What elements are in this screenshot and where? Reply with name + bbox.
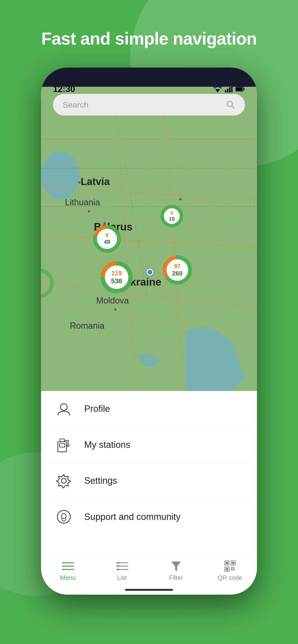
filter-nav-icon xyxy=(169,560,183,572)
cluster-partial[interactable] xyxy=(41,269,58,298)
svg-point-9 xyxy=(41,152,79,199)
svg-point-48 xyxy=(41,270,52,296)
search-icon xyxy=(226,100,235,110)
menu-item-settings[interactable]: Settings xyxy=(41,463,257,499)
cluster-top-1: 8 xyxy=(106,232,108,238)
map-area: Latvia Lithuania Belarus Ukraine Moldova… xyxy=(41,68,257,398)
gas-station-icon xyxy=(55,436,72,453)
svg-rect-55 xyxy=(60,439,64,442)
menu-label-settings: Settings xyxy=(84,476,117,486)
svg-rect-80 xyxy=(226,568,228,570)
svg-text:Lithuania: Lithuania xyxy=(65,198,100,207)
svg-point-24 xyxy=(78,181,81,184)
cluster-bottom-1: 49 xyxy=(104,238,110,246)
nav-label-menu: Menu xyxy=(60,574,76,582)
cluster-bottom-4: 260 xyxy=(172,270,182,277)
list-nav-icon xyxy=(115,560,129,572)
phone-frame: 12:30 xyxy=(41,68,257,595)
battery-icon xyxy=(235,86,245,92)
cluster-top-4: 97 xyxy=(174,263,181,270)
svg-line-51 xyxy=(232,106,234,108)
svg-text:Latvia: Latvia xyxy=(81,176,110,187)
menu-label-profile: Profile xyxy=(84,404,110,414)
menu-label-support: Support and community xyxy=(84,512,181,522)
home-indicator xyxy=(125,589,173,591)
svg-point-52 xyxy=(60,404,67,410)
wifi-icon xyxy=(213,86,222,92)
map-svg: Latvia Lithuania Belarus Ukraine Moldova… xyxy=(41,68,257,398)
svg-point-61 xyxy=(61,514,66,518)
cluster-marker-2[interactable]: 0 15 xyxy=(159,203,185,229)
cluster-top-3: 119 xyxy=(111,270,122,277)
svg-point-29 xyxy=(114,308,117,311)
nav-item-filter[interactable]: Filter xyxy=(149,560,203,582)
menu-label-my-stations: My stations xyxy=(84,440,130,450)
page-title: Fast and simple navigation xyxy=(41,29,257,48)
signal-icon xyxy=(225,86,232,92)
qrcode-nav-icon xyxy=(223,560,237,572)
svg-point-58 xyxy=(67,445,69,446)
nav-label-filter: Filter xyxy=(169,574,183,582)
svg-rect-78 xyxy=(232,562,234,564)
nav-item-list[interactable]: List xyxy=(95,560,149,582)
menu-item-profile[interactable]: Profile xyxy=(41,391,257,427)
svg-point-72 xyxy=(117,565,119,567)
svg-rect-84 xyxy=(233,569,234,570)
svg-rect-3 xyxy=(229,87,231,92)
cluster-marker-4[interactable]: 97 260 xyxy=(161,253,194,287)
cluster-top-2: 0 xyxy=(170,210,173,216)
menu-nav-icon xyxy=(61,560,75,572)
svg-rect-1 xyxy=(225,90,226,92)
location-dot xyxy=(146,269,153,276)
cluster-marker-3[interactable]: 119 536 xyxy=(99,259,135,295)
bottom-nav: Menu List xyxy=(41,554,257,595)
svg-point-25 xyxy=(88,210,90,212)
profile-icon xyxy=(55,400,72,417)
svg-rect-76 xyxy=(226,562,228,564)
svg-rect-6 xyxy=(244,88,244,90)
cluster-bottom-3: 536 xyxy=(111,277,122,285)
status-icons xyxy=(213,86,245,92)
svg-point-73 xyxy=(117,568,119,570)
svg-rect-7 xyxy=(236,88,243,91)
support-icon xyxy=(55,508,72,525)
menu-item-my-stations[interactable]: My stations xyxy=(41,427,257,463)
svg-rect-54 xyxy=(60,444,65,447)
phone-screen: 12:30 xyxy=(41,68,257,595)
svg-marker-0 xyxy=(215,89,220,92)
svg-rect-4 xyxy=(231,86,232,92)
svg-text:Moldova: Moldova xyxy=(96,296,129,306)
phone-notch xyxy=(115,73,183,82)
bottom-sheet: Profile My stations xyxy=(41,391,257,554)
svg-text:Romania: Romania xyxy=(70,321,105,330)
svg-point-71 xyxy=(117,562,119,564)
menu-item-support[interactable]: Support and community xyxy=(41,499,257,535)
svg-point-27 xyxy=(179,198,181,200)
nav-item-menu[interactable]: Menu xyxy=(41,560,95,582)
svg-rect-81 xyxy=(231,567,232,568)
svg-rect-83 xyxy=(231,569,232,570)
svg-rect-82 xyxy=(233,567,234,568)
svg-rect-2 xyxy=(227,89,228,92)
cluster-bottom-2: 15 xyxy=(169,216,175,222)
svg-point-59 xyxy=(61,478,66,483)
cluster-marker-1[interactable]: 8 49 xyxy=(91,223,123,254)
nav-item-qrcode[interactable]: QR code xyxy=(203,560,257,582)
settings-icon xyxy=(55,472,72,489)
search-placeholder: Search xyxy=(63,100,226,110)
nav-label-list: List xyxy=(117,574,127,582)
nav-label-qrcode: QR code xyxy=(218,574,242,582)
phone-top-bar xyxy=(41,68,257,87)
search-bar[interactable]: Search xyxy=(53,94,245,116)
svg-marker-74 xyxy=(171,562,181,571)
